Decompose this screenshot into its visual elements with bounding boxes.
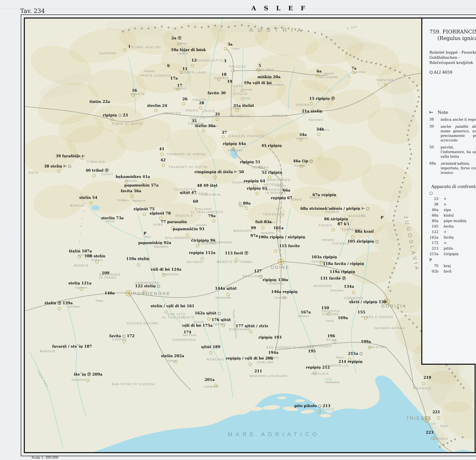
town-ring-marker [143,213,146,216]
note-item: 39anche palaδín de mǫ́nt, nome generico,… [429,124,476,142]
apparato-value: kúdul [444,213,476,217]
apparato-row: 105favíta [429,224,476,228]
apparato-number: 162a [429,235,444,239]
apparato-number: 172 [429,241,444,245]
apparato-number: 23 [429,197,444,201]
apparato-value: zípa [444,208,476,212]
town-ring-marker [221,136,224,139]
note-text: indica anche il regolo [441,117,476,122]
town-ring-marker [268,176,271,179]
note-text: perchè, secondo l'informatore, ha una st… [441,145,476,159]
town-ring-marker [261,226,264,229]
species-title: 759. FIORRANCINO [429,29,476,35]
apparato-value: + [444,241,476,245]
town-ring-marker [171,226,174,229]
apparato-row: 46azípa [429,208,476,212]
plate-number: Tav. 234 [20,8,45,14]
apparato-number: 122 [429,230,444,234]
town-ring-marker [317,133,320,136]
apparato-row: 80apápe muśkíṇ [429,219,476,223]
map-graphics [24,17,476,453]
apparato-number: 68a [429,213,444,217]
apparato-value: pitíto [444,246,476,250]
apparato-value: + [444,230,476,234]
apparato-row: 70krai̯ [429,264,476,268]
apparato-number: 70 [429,264,444,268]
note-heading: ⊢ Note [429,110,476,115]
town-ring-marker [161,153,163,156]
photo-edge-line [0,9,476,9]
town-ring-marker [256,192,259,195]
note-number: 50 [429,145,441,159]
apparato-symbol: ○ [429,191,476,195]
apparato-row: 38+ [429,202,476,206]
flag-icon: ⊢ [429,110,433,115]
town-ring-marker [277,228,280,231]
apparato-row: 172+ [429,241,476,245]
apparato-number: 38 [429,202,444,206]
questionnaire-ref: Q.ALI 4659 [429,70,476,74]
apparato-heading: Apparato di confronto [429,184,476,189]
apparato-value: favítę [444,235,476,239]
apparato-value: + [444,197,476,201]
note-item: 50perchè, secondo l'informatore, ha una … [429,145,476,159]
panel-border [421,364,476,365]
bird-panel [475,364,476,453]
note-item: 68astrisìnek'adénis, voce importata, for… [429,161,476,175]
apparato-row: 162afavítę [429,235,476,239]
atlas-title: A S L E F [251,5,308,12]
town-ring-marker [332,228,335,231]
town-ring-marker [253,184,256,187]
apparato-row: 68akúdul [429,213,476,217]
town-ring-marker [125,181,128,183]
town-ring-marker [224,47,227,50]
apparato-row: 122+ [429,230,476,234]
apparato-value: krai̯ [444,264,476,268]
apparato-value: + [444,202,476,206]
apparato-number: 105 [429,224,444,228]
species-translations-2: Rdečečopasti kraljiček [429,60,476,65]
apparato-value: favíta [444,224,476,228]
legend-content: 759. FIORRANCINO (Regulus ignicapillus M… [429,29,476,273]
note-number: 39 [429,124,441,142]
town-ring-marker [202,129,205,132]
apparato-row: 213pitíto [429,246,476,250]
species-latin: (Regulus ignicapillus Meyer) [429,35,476,41]
apparato-symbol: P [429,258,476,262]
apparato-row: 92bfavít [429,269,476,273]
note-list: 38indica anche il regolo39anche palaδín … [429,117,476,175]
species-translations: Roitelet huppé - Feuerköpfiges Goldhähnc… [429,50,476,60]
apparato-number: 92b [429,269,444,273]
note-number: 38 [429,117,441,122]
apparato-number: 215a [429,252,444,256]
note-text: anche palaδín de mǫ́nt, nome generico, u… [441,124,476,142]
apparato-row: 215ačiripipíṇ [429,252,476,256]
apparato-value: čiripipíṇ [444,252,476,256]
apparato-number: 80a [429,219,444,223]
apparato-value: pápe muśkíṇ [444,219,476,223]
town-ring-marker [212,220,215,222]
note-number: 68a [429,161,441,175]
town-ring-marker [93,174,95,177]
town-ring-marker [162,164,165,167]
town-ring-marker [245,207,248,210]
note-item: 38indica anche il regolo [429,117,476,122]
apparato-number: 46a [429,208,444,212]
town-ring-marker [199,107,202,109]
apparato-number: 213 [429,246,444,250]
apparato-list: ○23+38+46azípa68akúdul80apápe muśkíṇ105f… [429,191,476,273]
apparato-row: 23+ [429,197,476,201]
town-ring-marker [182,102,185,105]
town-ring-marker [186,233,189,236]
town-ring-marker [352,71,355,74]
note-text: strisìnek'adénis, voce importata, forse … [441,161,476,175]
town-ring-marker [160,217,162,220]
town-ring-marker [154,109,157,112]
apparato-value: favít [444,269,476,273]
